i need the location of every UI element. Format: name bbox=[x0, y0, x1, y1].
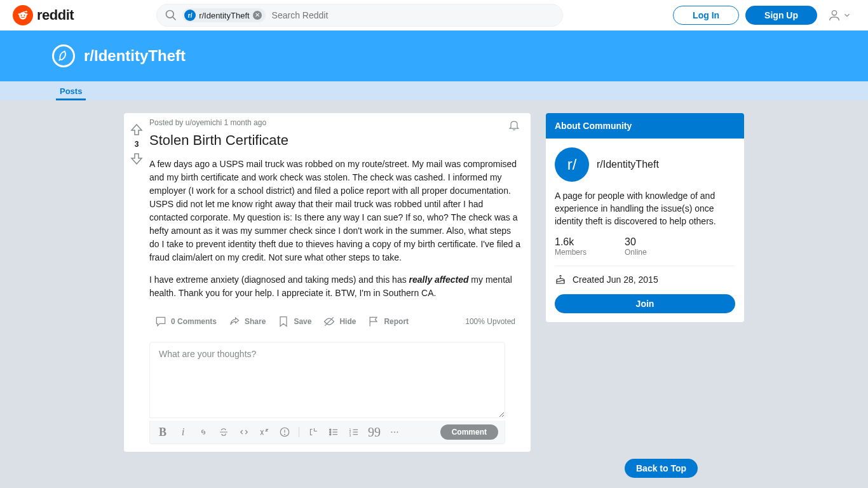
svg-point-4 bbox=[18, 13, 20, 15]
leaf-icon bbox=[57, 49, 71, 63]
comment-icon bbox=[154, 315, 167, 328]
search-icon bbox=[165, 9, 177, 22]
bell-icon[interactable] bbox=[508, 119, 520, 132]
save-button[interactable]: Save bbox=[272, 311, 316, 332]
search-bar[interactable]: r/ r/IdentityTheft ✕ bbox=[156, 4, 563, 27]
post-title: Stolen Birth Certificate bbox=[149, 132, 520, 149]
tab-posts[interactable]: Posts bbox=[56, 86, 86, 100]
post-action-bar: 0 Comments Share Save Hide bbox=[149, 309, 520, 334]
members-count: 1.6k bbox=[555, 236, 587, 248]
about-community-card: About Community r/ r/IdentityTheft A pag… bbox=[546, 113, 744, 322]
upvoted-percentage: 100% Upvoted bbox=[465, 317, 520, 326]
hide-button[interactable]: Hide bbox=[318, 311, 361, 332]
toolbar-separator bbox=[299, 427, 299, 437]
header-actions: Log In Sign Up bbox=[673, 6, 855, 25]
sidebar-header: About Community bbox=[546, 113, 744, 139]
online-count: 30 bbox=[625, 236, 647, 248]
post-paragraph: A few days ago a USPS mail truck was rob… bbox=[149, 158, 520, 264]
svg-point-14 bbox=[330, 429, 331, 430]
post-paragraph: I have extreme anxiety (diagnosed and ta… bbox=[149, 273, 520, 300]
svg-point-8 bbox=[832, 11, 836, 15]
svg-point-15 bbox=[330, 431, 331, 433]
top-header: reddit r/ r/IdentityTheft ✕ Log In Sign … bbox=[0, 0, 868, 30]
comment-toolbar: B i 123 99 ··· Comment bbox=[149, 421, 505, 444]
comment-submit-button[interactable]: Comment bbox=[440, 424, 498, 440]
chip-close-icon[interactable]: ✕ bbox=[253, 11, 262, 20]
vote-score: 3 bbox=[135, 140, 139, 149]
share-icon bbox=[228, 315, 241, 328]
reddit-logo-icon bbox=[13, 5, 33, 25]
comment-composer: B i 123 99 ··· Comment bbox=[124, 334, 531, 444]
heading-icon[interactable] bbox=[307, 426, 320, 438]
svg-line-7 bbox=[173, 17, 176, 20]
chip-avatar-icon: r/ bbox=[184, 10, 196, 21]
svg-line-9 bbox=[59, 60, 60, 61]
svg-point-2 bbox=[24, 15, 25, 16]
search-input[interactable] bbox=[272, 10, 555, 20]
person-icon bbox=[827, 8, 841, 22]
post-author-link[interactable]: u/oyemichi bbox=[186, 118, 222, 127]
flag-icon bbox=[367, 315, 380, 328]
reddit-logo[interactable]: reddit bbox=[13, 5, 74, 25]
members-label: Members bbox=[555, 248, 587, 257]
sidebar-description: A page for people with knowledge of and … bbox=[555, 189, 735, 227]
reddit-wordmark: reddit bbox=[37, 7, 74, 24]
spoiler-icon[interactable] bbox=[278, 426, 291, 438]
svg-point-6 bbox=[166, 11, 174, 18]
bullet-list-icon[interactable] bbox=[327, 426, 340, 438]
link-icon[interactable] bbox=[197, 426, 210, 438]
share-button[interactable]: Share bbox=[223, 311, 271, 332]
subreddit-tabs: Posts bbox=[0, 81, 868, 100]
subreddit-banner: r/IdentityTheft bbox=[0, 30, 868, 81]
search-chip[interactable]: r/ r/IdentityTheft ✕ bbox=[182, 8, 265, 22]
hide-icon bbox=[323, 315, 336, 328]
online-label: Online bbox=[625, 248, 647, 257]
inline-code-icon[interactable] bbox=[238, 426, 250, 438]
login-button[interactable]: Log In bbox=[673, 6, 739, 25]
post-card: 3 Posted by u/oyemichi 1 month ago Stole… bbox=[124, 113, 531, 452]
svg-point-0 bbox=[19, 12, 27, 20]
chevron-down-icon bbox=[843, 11, 851, 20]
svg-text:3: 3 bbox=[349, 433, 351, 437]
created-date-row: Created Jun 28, 2015 bbox=[555, 274, 735, 285]
quote-icon[interactable]: 99 bbox=[368, 425, 381, 440]
subreddit-avatar[interactable] bbox=[52, 44, 75, 67]
italic-icon[interactable]: i bbox=[177, 426, 189, 438]
sidebar-subreddit-name[interactable]: r/IdentityTheft bbox=[597, 159, 659, 170]
more-icon[interactable]: ··· bbox=[388, 426, 401, 438]
svg-point-5 bbox=[25, 13, 27, 15]
divider bbox=[555, 266, 735, 266]
vote-column: 3 bbox=[124, 118, 149, 334]
comment-textarea[interactable] bbox=[149, 342, 505, 418]
back-to-top-button[interactable]: Back to Top bbox=[625, 459, 698, 477]
sidebar-stats: 1.6k Members 30 Online bbox=[555, 236, 735, 257]
join-button[interactable]: Join bbox=[555, 294, 735, 313]
bookmark-icon bbox=[277, 315, 290, 328]
superscript-icon[interactable] bbox=[258, 426, 271, 438]
bold-icon[interactable]: B bbox=[156, 426, 169, 439]
user-dropdown[interactable] bbox=[824, 6, 855, 25]
svg-point-16 bbox=[330, 434, 331, 435]
report-button[interactable]: Report bbox=[362, 311, 414, 332]
sidebar-avatar-icon: r/ bbox=[555, 147, 589, 182]
number-list-icon[interactable]: 123 bbox=[348, 426, 360, 438]
signup-button[interactable]: Sign Up bbox=[745, 6, 817, 25]
post-meta: Posted by u/oyemichi 1 month ago bbox=[149, 118, 266, 127]
comments-button[interactable]: 0 Comments bbox=[149, 311, 222, 332]
subreddit-title[interactable]: r/IdentityTheft bbox=[84, 47, 186, 65]
strikethrough-icon[interactable] bbox=[217, 426, 230, 438]
upvote-icon[interactable] bbox=[129, 122, 144, 137]
cake-icon bbox=[555, 274, 566, 285]
svg-point-1 bbox=[20, 15, 22, 16]
chip-label: r/IdentityTheft bbox=[199, 11, 249, 20]
svg-point-13 bbox=[285, 434, 285, 435]
downvote-icon[interactable] bbox=[129, 151, 144, 166]
